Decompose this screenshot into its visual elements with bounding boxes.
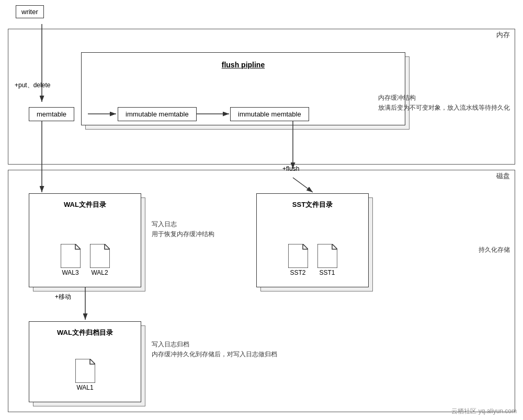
move-label: +移动 <box>55 293 71 301</box>
wal-archive-box: WAL文件归档目录 WAL1 <box>29 321 141 402</box>
wal2-label: WAL2 <box>91 269 108 276</box>
disk-label: 磁盘 <box>496 171 510 181</box>
wal-annotation-line2: 用于恢复内存缓冲结构 <box>152 229 214 239</box>
watermark: 云栖社区 yq.aliyun.com <box>451 407 517 416</box>
memtable-label: memtable <box>37 110 66 118</box>
wal-archive-front: WAL文件归档目录 WAL1 <box>29 321 141 402</box>
sst-files-row: SST2 SST1 <box>257 244 368 276</box>
svg-marker-0 <box>61 244 81 268</box>
memory-annotation-line1: 内存缓冲结构 <box>378 93 510 103</box>
wal-archive-annotation-line2: 内存缓冲持久化到存储后，对写入日志做归档 <box>152 349 277 359</box>
wal2-icon <box>90 244 110 268</box>
svg-marker-3 <box>317 244 337 268</box>
svg-marker-1 <box>90 244 110 268</box>
memory-annotation: 内存缓冲结构 放满后变为不可变对象，放入流水线等待持久化 <box>378 93 510 113</box>
wal3-label: WAL3 <box>62 269 78 276</box>
diagram-container: writer 内存 flush pipline memtable immutab… <box>0 0 523 420</box>
wal1-file: WAL1 <box>75 359 95 391</box>
wal3-icon <box>61 244 81 268</box>
sst1-icon <box>317 244 337 268</box>
writer-label: writer <box>21 8 38 16</box>
sst1-file: SST1 <box>317 244 337 276</box>
immutable-memtable-1: immutable memtable <box>118 107 197 121</box>
put-delete-label: +put、delete <box>15 81 50 90</box>
writer-box: writer <box>16 5 44 18</box>
wal1-label: WAL1 <box>76 384 93 391</box>
wal-archive-annotation: 写入日志归档 内存缓冲持久化到存储后，对写入日志做归档 <box>152 340 277 359</box>
svg-marker-2 <box>288 244 308 268</box>
wal-archive-files-row: WAL1 <box>29 359 141 391</box>
wal-dir-label: WAL文件目录 <box>29 200 141 209</box>
sst2-file: SST2 <box>288 244 308 276</box>
wal2-file: WAL2 <box>90 244 110 276</box>
wal-annotation-line1: 写入日志 <box>152 219 214 229</box>
wal-annotation: 写入日志 用于恢复内存缓冲结构 <box>152 219 214 239</box>
wal-dir-box: WAL文件目录 WAL3 WAL2 <box>29 193 141 287</box>
memory-annotation-line2: 放满后变为不可变对象，放入流水线等待持久化 <box>378 103 510 113</box>
sst2-icon <box>288 244 308 268</box>
immutable-1-label: immutable memtable <box>126 110 189 118</box>
immutable-2-label: immutable memtable <box>238 110 301 118</box>
sst-dir-label: SST文件目录 <box>257 200 368 209</box>
immutable-memtable-2: immutable memtable <box>230 107 309 121</box>
sst-dir-front: SST文件目录 SST2 SST1 <box>256 193 369 287</box>
flush-label: +flush <box>282 165 299 172</box>
memtable-box: memtable <box>29 107 74 121</box>
sst1-label: SST1 <box>319 269 335 276</box>
sst-annotation: 持久化存储 <box>479 246 510 254</box>
wal3-file: WAL3 <box>61 244 81 276</box>
wal-files-row: WAL3 WAL2 <box>29 244 141 276</box>
memory-label: 内存 <box>496 30 510 40</box>
flush-pipeline-label: flush pipline <box>82 61 405 69</box>
wal-dir-front: WAL文件目录 WAL3 WAL2 <box>29 193 141 287</box>
sst-dir-box: SST文件目录 SST2 SST1 <box>256 193 369 287</box>
svg-marker-4 <box>75 359 95 383</box>
wal-archive-label: WAL文件归档目录 <box>29 328 141 337</box>
sst2-label: SST2 <box>290 269 305 276</box>
wal-archive-annotation-line1: 写入日志归档 <box>152 340 277 349</box>
wal1-icon <box>75 359 95 383</box>
